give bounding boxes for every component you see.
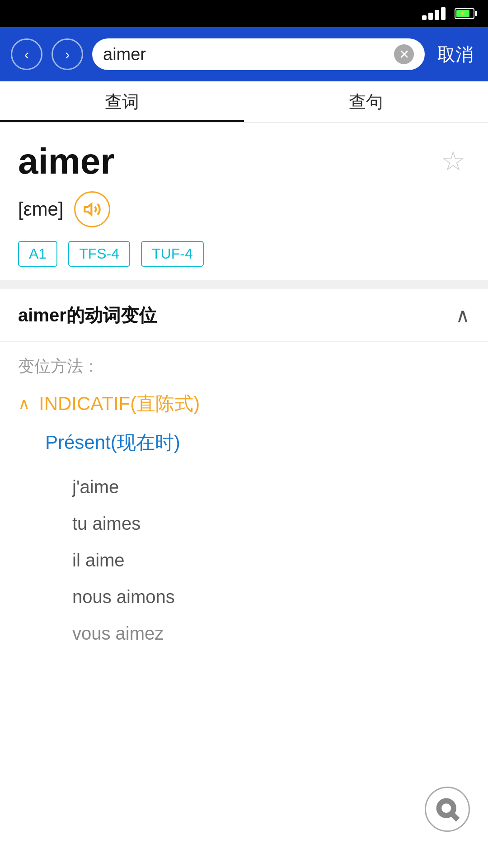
search-input[interactable] xyxy=(103,45,389,64)
collapse-button[interactable]: ∧ xyxy=(455,304,470,327)
audio-button[interactable] xyxy=(74,191,110,227)
list-item: j'aime xyxy=(18,469,470,505)
list-item: tu aimes xyxy=(18,505,470,542)
tag-a1[interactable]: A1 xyxy=(18,241,57,267)
float-search-button[interactable] xyxy=(425,787,470,832)
header: ‹ › ✕ 取消 xyxy=(0,27,488,81)
conjugation-content: 变位方法： ∧ INDICATIF(直陈式) Présent(现在时) j'ai… xyxy=(0,342,488,657)
forward-icon: › xyxy=(65,46,70,63)
present-label[interactable]: Présent(现在时) xyxy=(45,430,470,455)
favorite-button[interactable]: ☆ xyxy=(436,141,470,181)
clear-button[interactable]: ✕ xyxy=(394,44,414,64)
list-item: il aime xyxy=(18,542,470,579)
cancel-button[interactable]: 取消 xyxy=(434,42,477,67)
speaker-icon xyxy=(83,200,101,218)
back-button[interactable]: ‹ xyxy=(11,38,42,70)
tab-sentence-label: 查句 xyxy=(349,90,383,113)
star-icon: ☆ xyxy=(441,146,465,176)
signal-icon xyxy=(422,7,446,20)
list-item: vous aimez xyxy=(18,615,470,644)
status-bar: ⚡ xyxy=(0,0,488,27)
battery-lightning: ⚡ xyxy=(460,11,466,16)
tab-word[interactable]: 查词 xyxy=(0,81,244,122)
word-title: aimer xyxy=(18,141,114,182)
tab-word-label: 查词 xyxy=(105,90,139,113)
phonetic-text: [εme] xyxy=(18,198,63,220)
tab-sentence[interactable]: 查句 xyxy=(244,81,488,122)
word-section: aimer ☆ xyxy=(0,123,488,191)
indicatif-row[interactable]: ∧ INDICATIF(直陈式) xyxy=(18,391,470,416)
search-icon xyxy=(435,797,460,822)
search-bar: ✕ xyxy=(92,38,425,70)
forward-button[interactable]: › xyxy=(52,38,83,70)
phonetic-row: [εme] xyxy=(0,191,488,236)
svg-marker-0 xyxy=(85,204,92,214)
svg-line-2 xyxy=(452,814,458,820)
clear-icon: ✕ xyxy=(399,47,409,62)
conjugation-title: aimer的动词变位 xyxy=(18,303,157,328)
tag-tuf4[interactable]: TUF-4 xyxy=(141,241,204,267)
tags-row: A1 TFS-4 TUF-4 xyxy=(0,236,488,280)
back-icon: ‹ xyxy=(24,46,29,63)
chevron-up-icon: ∧ xyxy=(455,304,470,326)
svg-point-1 xyxy=(439,801,454,816)
cancel-label: 取消 xyxy=(437,44,474,64)
list-item: nous aimons xyxy=(18,579,470,615)
indicatif-label: INDICATIF(直陈式) xyxy=(39,391,200,416)
tag-tfs4[interactable]: TFS-4 xyxy=(68,241,130,267)
conjugation-header: aimer的动词变位 ∧ xyxy=(0,289,488,342)
method-label: 变位方法： xyxy=(18,355,470,377)
tabs: 查词 查句 xyxy=(0,81,488,123)
section-divider xyxy=(0,280,488,289)
indicatif-chevron-icon: ∧ xyxy=(18,394,30,413)
battery-icon: ⚡ xyxy=(455,8,474,19)
